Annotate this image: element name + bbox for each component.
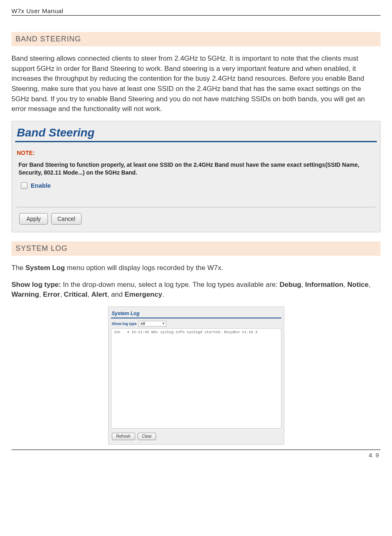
- note-text: For Band Steering to function properly, …: [14, 156, 378, 179]
- log-output[interactable]: Jun 4 15:11:49 W6x syslog.info syslogd s…: [111, 328, 281, 429]
- log-type-select[interactable]: All ▾: [138, 321, 166, 327]
- clear-button[interactable]: Clear: [138, 433, 156, 440]
- band-steering-paragraph: Band steering allows connected clients t…: [11, 54, 381, 114]
- type-warning: Warning: [11, 291, 39, 298]
- footer-rule: [11, 450, 381, 450]
- doc-title: W7x User Manual: [11, 7, 63, 14]
- note-label: NOTE:: [14, 150, 378, 156]
- enable-checkbox[interactable]: [21, 182, 27, 189]
- enable-label: Enable: [31, 182, 51, 189]
- type-notice: Notice: [347, 281, 369, 288]
- show-bold: Show log type:: [11, 281, 61, 288]
- header-rule: [11, 15, 381, 16]
- panel-title: Band Steering: [17, 126, 95, 139]
- type-information: Information: [305, 281, 344, 288]
- band-steering-panel: Band Steering NOTE: For Band Steering to…: [11, 121, 381, 232]
- system-log-intro: The System Log menu option will display …: [11, 263, 381, 273]
- show-log-paragraph: Show log type: In the drop-down menu, se…: [11, 280, 381, 300]
- intro-prefix: The: [11, 264, 25, 272]
- show-log-label: Show log type: [112, 322, 137, 326]
- page-number: 4 9: [11, 452, 381, 459]
- system-log-panel: System Log Show log type All ▾ Jun 4 15:…: [108, 307, 284, 445]
- type-alert: Alert: [91, 291, 107, 298]
- intro-suffix: menu option will display logs recorded b…: [65, 264, 223, 272]
- apply-button[interactable]: Apply: [19, 213, 48, 225]
- band-steering-heading: BAND STEERING: [11, 32, 381, 46]
- type-critical: Critical: [64, 291, 88, 298]
- cancel-button[interactable]: Cancel: [51, 213, 82, 225]
- type-debug: Debug: [280, 281, 301, 288]
- syslog-panel-title: System Log: [112, 311, 140, 316]
- select-value: All: [140, 322, 145, 326]
- type-error: Error: [43, 291, 60, 298]
- refresh-button[interactable]: Refresh: [112, 433, 135, 440]
- chevron-down-icon: ▾: [163, 322, 164, 325]
- intro-bold: System Log: [25, 264, 65, 272]
- system-log-heading: SYSTEM LOG: [11, 241, 381, 256]
- type-emergency: Emergency: [125, 291, 162, 298]
- show-mid: In the drop-down menu, select a log type…: [61, 281, 280, 288]
- panel-separator: [16, 207, 376, 207]
